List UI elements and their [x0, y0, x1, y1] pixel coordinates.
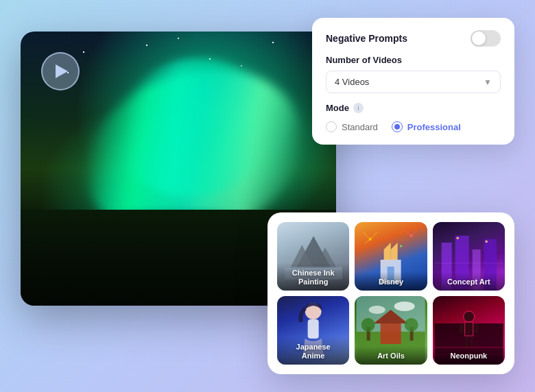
- style-concept-art-label: Concept Art: [437, 278, 501, 286]
- style-japanese-anime-label: JapaneseAnime: [281, 343, 345, 360]
- style-chinese-ink-overlay: Chinese InkPainting: [277, 263, 349, 291]
- style-grid: Chinese InkPainting: [277, 222, 505, 365]
- mode-info-icon[interactable]: i: [353, 103, 364, 113]
- standard-radio-label: Standard: [342, 122, 378, 132]
- style-item-concept-art[interactable]: Concept Art: [433, 222, 505, 291]
- svg-rect-24: [485, 241, 487, 243]
- videos-dropdown[interactable]: 4 Videos ▼: [326, 71, 501, 93]
- svg-line-13: [364, 232, 370, 239]
- play-button[interactable]: [41, 52, 80, 90]
- style-grid-card: Chinese InkPainting: [268, 212, 514, 374]
- svg-rect-39: [464, 322, 473, 336]
- toggle-knob: [472, 32, 486, 45]
- svg-line-17: [412, 230, 417, 236]
- style-item-disney[interactable]: Disney: [355, 222, 427, 291]
- svg-rect-29: [381, 323, 401, 344]
- standard-radio-option[interactable]: Standard: [326, 121, 378, 132]
- mode-section: Mode i: [326, 103, 501, 113]
- svg-rect-26: [308, 319, 319, 339]
- style-item-japanese-anime[interactable]: JapaneseAnime: [277, 296, 349, 365]
- svg-point-32: [361, 318, 375, 332]
- style-neonpunk-label: Neonpunk: [437, 352, 501, 360]
- svg-rect-40: [459, 323, 464, 333]
- style-art-oils-overlay: Art Oils: [355, 346, 427, 365]
- style-item-art-oils[interactable]: Art Oils: [355, 296, 427, 365]
- style-neonpunk-overlay: Neonpunk: [433, 346, 505, 365]
- svg-point-36: [369, 306, 385, 314]
- number-of-videos-label: Number of Videos: [326, 55, 501, 65]
- style-disney-label: Disney: [359, 278, 423, 286]
- style-item-neonpunk[interactable]: Neonpunk: [433, 296, 505, 365]
- negative-prompts-label: Negative Prompts: [326, 33, 407, 44]
- style-chinese-ink-label: Chinese InkPainting: [281, 269, 345, 286]
- svg-point-12: [400, 245, 402, 247]
- professional-radio-option[interactable]: Professional: [392, 121, 461, 132]
- svg-line-16: [405, 230, 412, 236]
- main-container: Negative Prompts Number of Videos 4 Vide…: [21, 18, 514, 374]
- radio-selected-indicator: [394, 124, 400, 130]
- play-icon: [56, 64, 68, 78]
- svg-line-14: [370, 232, 377, 239]
- svg-rect-23: [456, 237, 458, 239]
- style-japanese-anime-overlay: JapaneseAnime: [277, 337, 349, 365]
- mode-radio-group: Standard Professional: [326, 121, 501, 132]
- svg-marker-8: [391, 243, 398, 260]
- videos-selected-value: 4 Videos: [335, 77, 369, 87]
- dropdown-arrow-icon: ▼: [484, 77, 492, 87]
- style-art-oils-label: Art Oils: [359, 352, 423, 360]
- mode-label: Mode: [326, 103, 349, 113]
- svg-marker-7: [384, 243, 391, 260]
- style-disney-overlay: Disney: [355, 272, 427, 291]
- negative-prompts-toggle[interactable]: [471, 30, 501, 47]
- svg-point-35: [394, 302, 415, 311]
- negative-prompts-row: Negative Prompts: [326, 30, 501, 47]
- style-item-chinese-ink[interactable]: Chinese InkPainting: [277, 222, 349, 291]
- svg-point-34: [405, 318, 418, 332]
- svg-line-15: [365, 239, 370, 244]
- professional-radio-circle: [392, 121, 403, 132]
- svg-rect-41: [473, 323, 478, 333]
- professional-radio-label: Professional: [407, 122, 461, 132]
- settings-card: Negative Prompts Number of Videos 4 Vide…: [312, 18, 514, 145]
- style-concept-art-overlay: Concept Art: [433, 272, 505, 291]
- standard-radio-circle: [326, 121, 337, 132]
